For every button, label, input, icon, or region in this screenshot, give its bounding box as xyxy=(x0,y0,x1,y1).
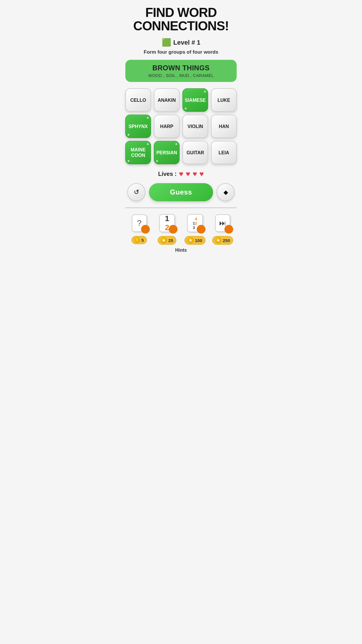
skip-icon: ⏭ xyxy=(219,219,226,227)
hint-question-badge xyxy=(141,225,150,234)
num-2: 2 xyxy=(195,221,197,225)
question-mark-icon: ? xyxy=(137,218,142,228)
tile-maine-coon[interactable]: MAINECOON xyxy=(125,141,151,164)
hint-skip-icon-wrapper: ⏭ xyxy=(212,213,233,234)
tile-anakin[interactable]: ANAKIN xyxy=(154,88,180,112)
tile-han[interactable]: HAN xyxy=(211,115,237,138)
hint-skip-cost: ★ 250 xyxy=(212,236,233,245)
coin-icon-1 xyxy=(135,237,140,243)
hint-skip[interactable]: ⏭ ★ 250 xyxy=(212,213,233,245)
tile-luke[interactable]: LUKE xyxy=(211,88,237,112)
hint-numbers1234-cost: ★ 100 xyxy=(184,236,205,245)
hint-numbers1234-icon-wrapper: 4 1 2 3 xyxy=(184,213,205,234)
hint-numbers12[interactable]: 12 ★ 25 xyxy=(157,213,178,245)
hint-numbers12-badge xyxy=(169,225,178,234)
hint-skip-cost-label: 250 xyxy=(223,238,230,243)
hints-section: ? 5 12 ★ 25 xyxy=(125,208,237,253)
num-1: 1 xyxy=(193,221,195,225)
main-title: FIND WORD CONNECTIONS! xyxy=(133,6,229,33)
tile-violin[interactable]: VIOLIN xyxy=(182,115,208,138)
subtitle: Form four groups of four words xyxy=(144,49,218,55)
erase-icon: ◆ xyxy=(224,189,228,196)
guess-button[interactable]: Guess xyxy=(149,183,213,201)
hint-skip-badge xyxy=(224,225,233,234)
hints-label: Hints xyxy=(125,248,237,253)
lives-row: Lives : ♥ ♥ ♥ ♥ xyxy=(158,169,204,178)
category-words: WOOD , SOIL , MUD , CARAMEL xyxy=(131,73,231,78)
hint-numbers12-cost: ★ 25 xyxy=(158,236,176,245)
app-container: FIND WORD CONNECTIONS! 🟩 Level # 1 Form … xyxy=(121,0,241,256)
coin-icon-3: ★ xyxy=(188,237,194,243)
hint-question-cost-label: 5 xyxy=(141,238,144,243)
hint-numbers12-cost-label: 25 xyxy=(168,238,173,243)
hint-question[interactable]: ? 5 xyxy=(129,213,150,245)
category-name: BROWN THINGS xyxy=(131,64,231,72)
tile-sphynx[interactable]: SPHYNX xyxy=(125,115,151,138)
lives-label: Lives : xyxy=(158,171,176,177)
coin-icon-4: ★ xyxy=(215,237,221,243)
heart-2: ♥ xyxy=(186,169,190,178)
hint-question-icon-wrapper: ? xyxy=(129,213,150,234)
tile-siamese[interactable]: SIAMESE xyxy=(182,88,208,112)
tile-guitar[interactable]: GUITAR xyxy=(182,141,208,164)
level-row: 🟩 Level # 1 xyxy=(162,38,201,47)
heart-3: ♥ xyxy=(193,169,197,178)
heart-4: ♥ xyxy=(199,169,204,178)
num-3: 3 xyxy=(193,225,195,230)
hint-question-cost: 5 xyxy=(131,236,147,244)
word-grid: CELLO ANAKIN SIAMESE LUKE SPHYNX HARP VI… xyxy=(125,88,237,164)
hints-items: ? 5 12 ★ 25 xyxy=(125,213,237,245)
action-row: ↺ Guess ◆ xyxy=(125,183,237,201)
num-4: 4 xyxy=(195,217,197,221)
level-label: Level # 1 xyxy=(173,39,201,46)
category-banner: BROWN THINGS WOOD , SOIL , MUD , CARAMEL xyxy=(125,60,237,82)
tile-persian[interactable]: PERSIAN xyxy=(154,141,180,164)
shuffle-button[interactable]: ↺ xyxy=(127,183,145,201)
hint-numbers1234-cost-label: 100 xyxy=(195,238,202,243)
coin-icon-2: ★ xyxy=(161,237,167,243)
hint-numbers12-icon-wrapper: 12 xyxy=(157,213,178,234)
erase-button[interactable]: ◆ xyxy=(217,183,235,201)
tile-harp[interactable]: HARP xyxy=(154,115,180,138)
hint-numbers1234[interactable]: 4 1 2 3 ★ 100 xyxy=(184,213,205,245)
level-icon: 🟩 xyxy=(162,38,171,47)
hint-numbers1234-badge xyxy=(197,225,205,234)
tile-leia[interactable]: LEIA xyxy=(211,141,237,164)
heart-1: ♥ xyxy=(179,169,183,178)
shuffle-icon: ↺ xyxy=(134,188,139,196)
tile-cello[interactable]: CELLO xyxy=(125,88,151,112)
